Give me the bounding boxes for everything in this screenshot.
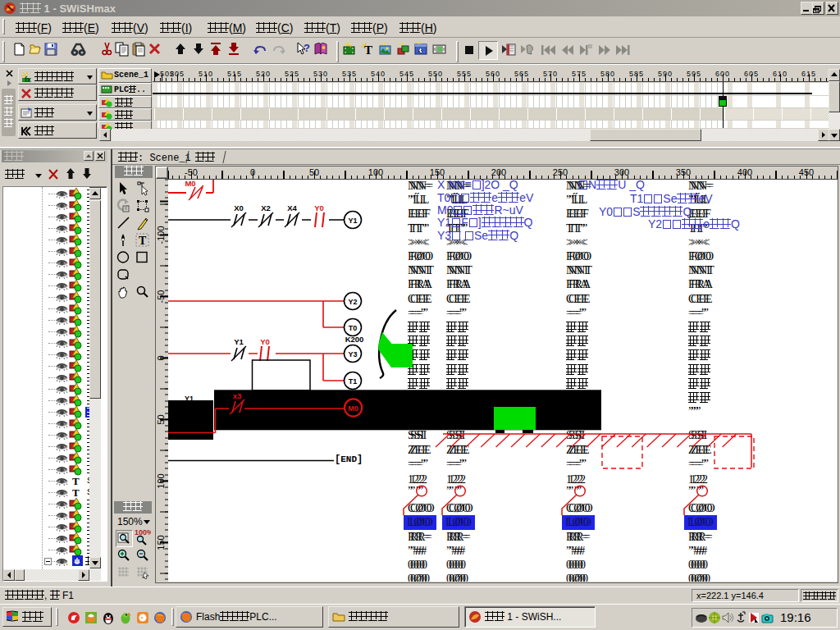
- svg-text:Y0: Y0: [260, 337, 270, 346]
- svg-text:X2: X2: [261, 203, 271, 212]
- svg-text:T1: T1: [349, 377, 358, 386]
- svg-text:?: ?: [304, 42, 310, 54]
- svg-text:fx: fx: [25, 75, 31, 83]
- svg-text:X4: X4: [287, 203, 297, 212]
- svg-text:x3: x3: [233, 391, 242, 400]
- svg-text:M0: M0: [348, 404, 358, 413]
- svg-text:Y1: Y1: [185, 395, 194, 403]
- svg-text:T: T: [139, 235, 147, 247]
- svg-text:Y1: Y1: [348, 217, 357, 225]
- svg-text:100%: 100%: [135, 528, 151, 536]
- svg-text:Y3: Y3: [348, 350, 357, 358]
- svg-text:T0: T0: [349, 324, 358, 332]
- svg-text:Y2: Y2: [348, 298, 357, 306]
- svg-text:Y1: Y1: [234, 337, 244, 346]
- svg-text:K200: K200: [345, 335, 364, 344]
- svg-text:Y0: Y0: [314, 203, 324, 212]
- svg-text:X0: X0: [234, 203, 244, 212]
- svg-text:M0: M0: [185, 180, 195, 188]
